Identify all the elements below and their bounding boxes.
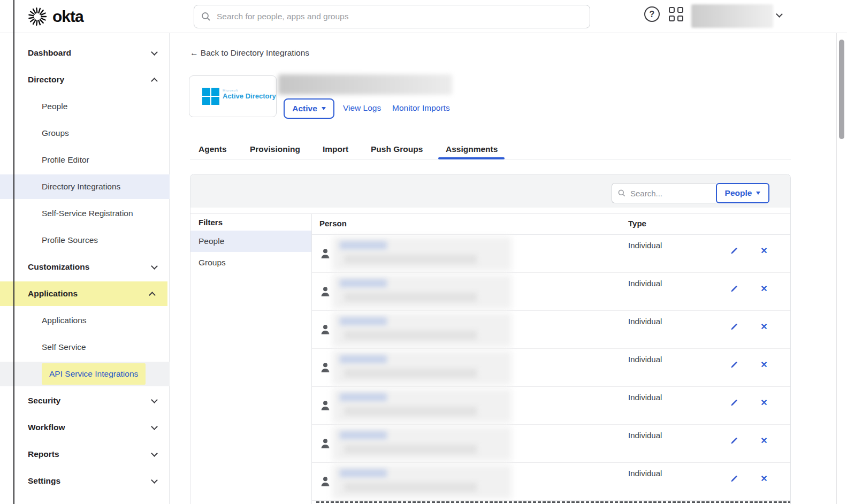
edit-assignment-button[interactable] [727,357,741,371]
sidebar-item-customizations[interactable]: Customizations [0,255,170,279]
global-search [194,5,590,28]
type-value: Individual [628,241,662,250]
type-value: Individual [628,469,662,478]
user-menu-chevron-down-icon[interactable] [776,11,783,18]
edit-assignment-button[interactable] [727,395,741,409]
chevron-down-icon [151,49,158,56]
status-dropdown-button[interactable]: Active [284,98,334,119]
sidebar-item-reports[interactable]: Reports [0,442,170,467]
remove-assignment-button[interactable]: ✕ [757,319,771,333]
chevron-down-icon [151,423,158,430]
monitor-imports-link[interactable]: Monitor Imports [392,103,450,113]
sidebar-item-dashboard[interactable]: Dashboard [0,41,170,65]
scrollbar-track-border [836,33,837,504]
scope-people-dropdown-button[interactable]: People [716,183,769,203]
table-row: Individual ✕ [312,425,791,463]
filter-option-people[interactable]: People [190,231,311,252]
table-row: Individual ✕ [312,311,791,349]
edit-assignment-button[interactable] [727,433,741,447]
pencil-icon [730,284,739,293]
sidebar-item-security[interactable]: Security [0,388,170,413]
filters-title: Filters [199,218,223,227]
person-name-link-redacted[interactable] [332,427,512,461]
assignments-search-input[interactable] [630,189,700,198]
sidebar-item-self-service[interactable]: Self Service [0,335,170,360]
sidebar-item-applications[interactable]: Applications [0,281,167,306]
table-row: Individual ✕ [312,235,791,273]
sidebar-item-people[interactable]: People [0,94,170,119]
tab-agents[interactable]: Agents [199,139,227,159]
back-to-directory-integrations-link[interactable]: ← Back to Directory Integrations [190,48,309,58]
search-icon [201,11,211,22]
global-search-input[interactable] [217,12,583,21]
sidebar-item-groups[interactable]: Groups [0,121,170,146]
edit-assignment-button[interactable] [727,243,741,257]
person-icon [319,247,332,260]
tab-provisioning[interactable]: Provisioning [250,139,300,159]
help-button[interactable]: ? [644,6,660,22]
person-icon [319,323,332,336]
tab-assignments[interactable]: Assignments [446,139,498,159]
active-directory-logo-text: Active Directory [223,92,276,100]
person-name-link-redacted[interactable] [332,275,512,309]
remove-assignment-button[interactable]: ✕ [757,357,771,371]
person-name-link-redacted[interactable] [332,465,512,499]
active-tab-underline [438,157,505,159]
person-name-link-redacted[interactable] [332,313,512,347]
sidebar-nav: Dashboard Directory People Groups Profil… [0,33,170,504]
view-logs-link[interactable]: View Logs [343,103,381,113]
remove-assignment-button[interactable]: ✕ [757,433,771,447]
x-icon: ✕ [760,474,767,484]
tab-push-groups[interactable]: Push Groups [371,139,423,159]
okta-admin-console: okta ? Dashboard Directory People Groups… [0,0,847,504]
person-name-link-redacted[interactable] [332,351,512,385]
remove-assignment-button[interactable]: ✕ [757,471,771,485]
assignments-toolbar: People [190,174,790,208]
remove-assignment-button[interactable]: ✕ [757,395,771,409]
apps-grid-button[interactable] [669,7,684,22]
person-name-link-redacted[interactable] [332,237,512,271]
user-account-name-redacted[interactable] [691,4,773,28]
caret-down-icon [322,107,326,110]
x-icon: ✕ [760,436,767,446]
chevron-up-icon [151,78,158,85]
filters-panel: Filters People Groups [190,214,312,504]
assignments-table: Person Type Individual ✕ Individual [312,214,791,504]
okta-logo-icon [28,7,47,26]
bottom-dashed-divider [316,501,791,503]
sidebar-item-directory-integrations[interactable]: Directory Integrations [0,174,170,199]
sidebar-item-settings[interactable]: Settings [0,469,170,493]
sidebar-item-workflow[interactable]: Workflow [0,415,170,440]
edit-assignment-button[interactable] [727,319,741,333]
main-content: ← Back to Directory Integrations Microso… [170,33,836,504]
sidebar-item-api-service-integrations[interactable]: API Service Integrations [0,362,170,386]
pencil-icon [730,322,739,331]
remove-assignment-button[interactable]: ✕ [757,281,771,295]
tab-import[interactable]: Import [323,139,348,159]
edit-assignment-button[interactable] [727,471,741,485]
column-header-person: Person [319,219,347,228]
okta-logo: okta [28,7,83,26]
edit-assignment-button[interactable] [727,281,741,295]
grid-icon [669,7,675,13]
x-icon: ✕ [760,284,767,294]
table-row: Individual ✕ [312,273,791,311]
sidebar-item-profile-editor[interactable]: Profile Editor [0,148,170,172]
page-scrollbar-thumb[interactable] [839,40,844,139]
chevron-down-icon [151,263,158,270]
top-header: okta ? [0,0,847,33]
remove-assignment-button[interactable]: ✕ [757,243,771,257]
filter-option-groups[interactable]: Groups [190,252,311,273]
person-name-link-redacted[interactable] [332,389,512,423]
column-header-type: Type [628,219,646,228]
chevron-down-icon [151,477,158,484]
sidebar-item-self-service-registration[interactable]: Self-Service Registration [0,201,170,226]
sidebar-item-applications-sub[interactable]: Applications [0,308,170,333]
pencil-icon [730,398,739,407]
table-rows: Individual ✕ Individual ✕ In [312,235,791,501]
type-value: Individual [628,279,662,288]
sidebar-item-profile-sources[interactable]: Profile Sources [0,228,170,253]
table-row: Individual ✕ [312,349,791,387]
x-icon: ✕ [760,322,767,332]
sidebar-item-directory[interactable]: Directory [0,67,170,92]
